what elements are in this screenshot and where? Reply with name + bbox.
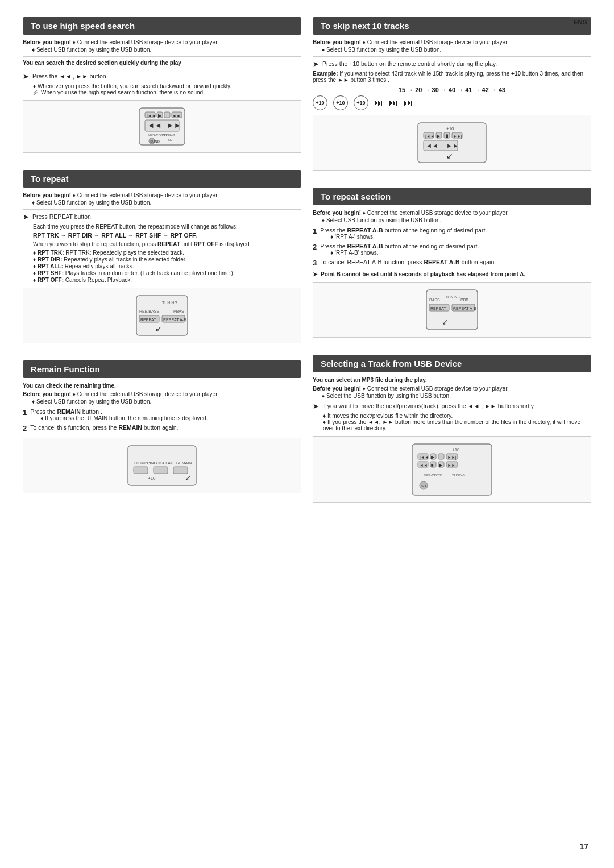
svg-text:SD: SD [421,484,426,488]
svg-text:TUNING: TUNING [445,295,460,299]
repeat-device-img: REB/BASS TUNING PBAS REPEAT REPEAT A-B ↙ [23,288,301,343]
plus10-btn-1: +10 [313,95,327,110]
hss-divider2 [23,69,301,69]
svg-text:►►: ►► [447,463,455,467]
repeat-bullet-1: ♦ Select USB function by using the USB b… [23,200,301,206]
section-repeat-section: To repeat section Before you begin! ♦ Co… [313,188,591,342]
rep-sec-device-svg: BASS TUNING PBB REPEAT REPEAT A-B ↙ [395,287,509,333]
to-repeat-header: To repeat [23,170,301,188]
sel-track-sub-1: ♦ It moves the next/previous file within… [323,413,591,419]
select-track-header: Selecting a Track from USB Device [313,355,591,372]
page-container: To use high speed search Before you begi… [23,17,591,510]
svg-text:REB/BASS: REB/BASS [139,309,159,313]
skip10-arrow-icon: ➤ [313,60,319,68]
remain-step-2: 2 To cancel this function, press the REM… [23,424,301,433]
repeat-step-1: ➤ Press REPEAT button. [23,213,301,221]
rep-sec-before-begin: Before you begin! ♦ Connect the external… [313,210,591,223]
section-high-speed-search: To use high speed search Before you begi… [23,17,301,157]
svg-text:▶: ▶ [158,113,162,118]
svg-text:REPEAT A-B: REPEAT A-B [163,318,186,322]
repeat-desc: Each time you press the REPEAT button, t… [33,223,301,230]
svg-text:⏸: ⏸ [445,134,449,139]
svg-text:TUNING: TUNING [162,301,177,305]
sel-track-step-1: ➤ If you want to move the next/previous(… [313,402,591,410]
hss-divider [23,56,301,57]
section-select-track: Selecting a Track from USB Device You ca… [313,355,591,508]
rep-sec-step-num-2: 2 [313,243,317,256]
hss-note-icon: 🖊 [33,89,39,95]
section-to-repeat: To repeat Before you begin! ♦ Connect th… [23,170,301,348]
svg-text:◄◄: ◄◄ [147,121,162,130]
repeat-before-begin: Before you begin! ♦ Connect the external… [23,192,301,206]
rep-sec-device-img: BASS TUNING PBB REPEAT REPEAT A-B ↙ [313,282,591,338]
sel-track-arrow-icon: ➤ [313,402,319,410]
select-track-bold-note: You can select an MP3 file during the pl… [313,377,591,383]
sel-track-bullet-1: ♦ Select the USB function by using the U… [313,393,591,399]
eng-badge: ENG [570,17,591,27]
repeat-section-header: To repeat section [313,188,591,205]
rpt-item-1: ♦ RPT DIR: Repeatedly plays all tracks i… [33,256,301,263]
repeat-arrow-icon: ➤ [23,213,29,221]
remain-step-num-2: 2 [23,424,27,433]
hss-bullet-1: ♦ Select USB function by using the USB b… [23,47,301,53]
rep-sec-sub-2: ♦ 'RPT A-B' shows. [330,250,479,256]
sel-track-device-svg: +10 |◄◄ ▶ ⏸ ►►| ◄◄ ■ [395,441,509,498]
col-right: To skip next 10 tracks Before you begin!… [313,17,591,510]
remain-before-begin: Before you begin! ♦ Connect the external… [23,391,301,405]
svg-text:PBAS: PBAS [173,309,184,313]
svg-text:MP3-CD/CD: MP3-CD/CD [424,474,443,477]
skip10-device-svg: +10 |◄◄ ▶ ⏸ ►►| ◄◄ ►► ↙ [395,120,509,165]
svg-text:↙: ↙ [155,324,162,333]
rpt-item-2: ♦ RPT ALL: Repeatedly plays all tracks. [33,263,301,269]
rep-sec-step-num-3: 3 [313,259,317,268]
svg-text:TUNING: TUNING [162,134,175,137]
svg-text:►►: ►► [167,121,181,130]
svg-text:►►: ►► [446,142,459,149]
svg-text:↙: ↙ [446,151,453,160]
svg-rect-30 [134,467,148,474]
svg-text:▶: ▶ [437,134,441,139]
svg-text:|◄◄: |◄◄ [425,134,434,139]
remain-bold-note: You can check the remaining time. [23,383,301,389]
svg-text:REPEAT: REPEAT [140,318,156,322]
rep-sec-step-num-1: 1 [313,227,317,240]
rpt-item-3: ♦ RPT SHF: Plays tracks in random order.… [33,270,301,276]
remain-step-num-1: 1 [23,408,27,421]
page-number: 17 [579,842,588,851]
hss-device-svg: |◄◄ ▶ ⏸ ►►| ◄◄ ►► MP3-CD/CD TUNING [105,105,219,148]
section-skip10: To skip next 10 tracks Before you begin!… [313,17,591,175]
remain-sub-1: ♦ If you press the REMAIN button, the re… [40,415,208,421]
svg-text:↙: ↙ [185,473,192,482]
svg-text:|◄◄: |◄◄ [147,114,156,118]
rpt-item-0: ♦ RPT TRK: RPT TRK: Repeatedly plays the… [33,250,301,256]
skip10-plus10-row: +10 +10 +10 ⏭ ⏭ ⏭ [313,95,591,110]
sel-track-sub-2: ♦ If you press the ◄◄, ►► button more ti… [323,419,591,431]
hss-arrow-icon: ➤ [23,72,29,81]
svg-text:◄◄: ◄◄ [426,142,438,149]
skip10-step-1: ➤ Press the +10 button on the remote con… [313,60,591,68]
rpt-item-4: ♦ RPT OFF: Cancels Repeat Playback. [33,277,301,283]
remain-bullet-1: ♦ Select USB function by using the USB b… [23,398,301,405]
rep-sec-point-note: ➤ Point B cannot be set until 5 seconds … [313,271,591,277]
svg-text:▶: ▶ [431,455,435,460]
svg-text:|◄◄: |◄◄ [420,455,429,460]
skip10-before-begin: Before you begin! ♦ Connect the external… [313,39,591,53]
skip10-divider [313,56,591,57]
plus10-btn-2: +10 [333,95,348,110]
skip10-header: To skip next 10 tracks [313,17,591,35]
hss-before-begin: Before you begin! ♦ Connect the external… [23,39,301,53]
svg-text:▶: ▶ [439,463,443,468]
svg-text:CD RIPPING: CD RIPPING [134,461,157,465]
skip10-arrow-3: ⏭ [404,98,413,108]
skip10-arrow-2: ⏭ [389,98,398,108]
rep-sec-bullet-1: ♦ Select USB function by using the USB b… [313,217,591,223]
svg-text:■: ■ [431,463,434,468]
remain-step-1: 1 Press the REMAIN button . ♦ If you pre… [23,408,301,421]
svg-text:BASS: BASS [429,298,440,302]
rep-sec-step-3: 3 To cancel REPEAT A-B function, press R… [313,259,591,268]
skip10-arrow-1: ⏭ [374,98,383,108]
svg-text:⏸: ⏸ [165,113,169,118]
svg-text:+10: +10 [452,447,460,452]
rep-sec-step-2: 2 Press the REPEAT A-B button at the end… [313,243,591,256]
skip10-bullet-1: ♦ Select USB function by using the USB b… [313,47,591,53]
